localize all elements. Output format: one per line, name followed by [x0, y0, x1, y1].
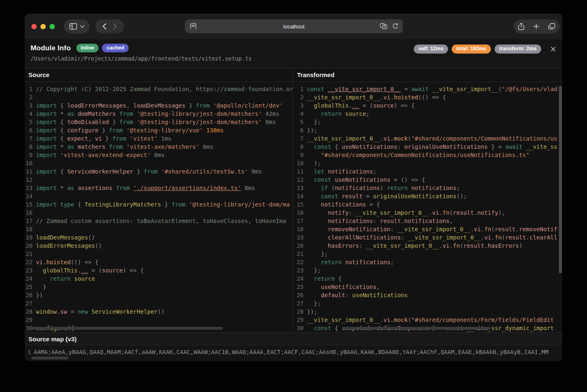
transformed-panel: Transformed 1const __vite_ssr_import_0__… [293, 68, 562, 332]
sourcemap-section: Source map (v3) 1 AAMA;AAeA,yBAAG,QAAQ,M… [25, 332, 562, 361]
window-zoom-button[interactable] [50, 24, 55, 29]
reload-button[interactable] [392, 23, 398, 29]
timing-badges: self: 12mstotal: 193mstransform: 2ms [414, 45, 541, 54]
code-line: 15 notifications = { [293, 200, 562, 209]
transformed-horizontal-scrollbar[interactable] [342, 327, 490, 330]
code-line: 18 removeNotification: __vite_ssr_import… [293, 225, 562, 233]
code-line: 20 hasErrors: __vite_ssr_import_0__.vi.f… [293, 242, 562, 250]
code-line: 9import 'vitest-axe/extend-expect' 0ms [25, 151, 293, 159]
file-path: /Users/vladimir/Projects/zammad/app/fron… [31, 55, 556, 62]
code-line: 27 [25, 299, 293, 307]
code-line: 5import { toBeDisabled } from '@testing-… [25, 118, 293, 126]
chevron-down-icon [80, 25, 85, 28]
code-line: 7import { expect, vi } from 'vitest' 1ms [25, 134, 293, 143]
code-line: 19 clearAllNotifications: __vite_ssr_imp… [293, 233, 562, 242]
window-close-button[interactable] [31, 24, 37, 29]
code-line: 24 return { [293, 275, 562, 283]
sourcemap-horizontal-scrollbar[interactable] [31, 357, 68, 359]
source-panel-title: Source [25, 68, 293, 82]
code-line: 16 [25, 209, 293, 217]
badge-cached: cached [102, 44, 129, 52]
code-line: 23 }; [293, 266, 562, 275]
back-button[interactable] [102, 23, 106, 30]
code-line: 14 const result = originalUseNotificatio… [293, 192, 562, 200]
code-line: 3 globalThis.__ = (source) => { [293, 101, 562, 110]
sourcemap-mappings: AAMA;AAeA,yBAAG,QAAQ,MAAM;AACf,aAAW,KAAK… [34, 348, 562, 356]
code-line: 8 const { useNotifications: originalUseN… [293, 143, 562, 151]
code-line: 23 globalThis.__ = (source) => { [25, 266, 293, 275]
sourcemap-title: Source map (v3) [25, 332, 562, 345]
code-line: 10 [25, 159, 293, 167]
page-title: Module Info [31, 44, 71, 52]
code-line: 15import type { TestingLibraryMatchers }… [25, 200, 293, 209]
tab-overview-button[interactable] [548, 23, 555, 30]
toolbar-right-buttons [514, 19, 560, 33]
code-line: 26 default: useNotifications [293, 291, 562, 299]
code-line: 19loadDevMessages() [25, 233, 293, 242]
module-badges: inlinecached [76, 44, 129, 52]
code-line: 12 [25, 176, 293, 184]
new-tab-button[interactable] [533, 23, 539, 29]
code-line: 16 notify: __vite_ssr_import_0__.vi.fn(r… [293, 209, 562, 217]
navigation-buttons [95, 19, 124, 33]
sourcemap-line-number: 1 [25, 348, 34, 356]
browser-window: localhost Module Info inlinecach [25, 14, 562, 361]
source-code: 1// Copyright (C) 2012-2025 Zammad Found… [25, 82, 293, 332]
code-line: 20loadErrorMessages() [25, 242, 293, 250]
code-line: 25 useNotifications, [293, 283, 562, 291]
badge-inline: inline [76, 44, 99, 52]
code-line: 1const __vite_ssr_import_0__ = await __v… [293, 85, 562, 93]
code-line: 10 ); [293, 159, 562, 167]
code-line: 13 if (notifications) return notificatio… [293, 184, 562, 192]
url-text: localhost [185, 23, 403, 30]
code-line: 27 }; [293, 299, 562, 307]
code-line: 6}); [293, 126, 562, 134]
code-line: 7__vite_ssr_import_0__.vi.mock("#shared/… [293, 134, 562, 143]
code-line: 4 return source; [293, 110, 562, 118]
code-line: 17 notifications: result.notifications, [293, 217, 562, 225]
code-line: 24 return source [25, 275, 293, 283]
browser-toolbar: localhost [25, 14, 562, 39]
transformed-vertical-scrollbar[interactable] [559, 86, 562, 273]
code-line: 1// Copyright (C) 2012-2025 Zammad Found… [25, 85, 293, 93]
code-line: 9 "#shared/components/CommonNotification… [293, 151, 562, 159]
window-minimize-button[interactable] [40, 24, 46, 29]
sidebar-toggle-button[interactable] [64, 19, 90, 33]
code-line: 11 let notifications; [293, 167, 562, 176]
code-line: 28}); [293, 307, 562, 316]
translate-icon[interactable] [380, 23, 387, 29]
share-button[interactable] [518, 23, 524, 30]
pill-transform: transform: 2ms [495, 45, 541, 54]
code-line: 4import * as domMatchers from '@testing-… [25, 110, 293, 118]
code-line: 22 return notifications; [293, 258, 562, 266]
code-line: 17// Zammad custom assertions: toBeAvata… [25, 217, 293, 225]
pill-total: total: 193ms [452, 45, 491, 54]
code-line: 14 [25, 192, 293, 200]
code-line: 18 [25, 225, 293, 233]
address-bar[interactable]: localhost [185, 19, 403, 33]
code-line: 5 }; [293, 118, 562, 126]
code-line: 3import { loadErrorMessages, loadDevMess… [25, 101, 293, 110]
code-line: 29 [25, 316, 293, 324]
traffic-lights [31, 24, 55, 29]
pill-self: self: 12ms [414, 45, 448, 54]
source-horizontal-scrollbar[interactable] [31, 327, 223, 330]
code-panels: Source 1// Copyright (C) 2012-2025 Zamma… [25, 68, 562, 332]
code-line: 28window.sw = new ServiceWorkerHelper() [25, 307, 293, 316]
sourcemap-line: 1 AAMA;AAeA,yBAAG,QAAQ,MAAM;AACf,aAAW,KA… [25, 345, 562, 356]
code-line: 29__vite_ssr_import_0__.vi.mock("#shared… [293, 316, 562, 324]
forward-button[interactable] [113, 23, 117, 30]
sidebar-icon [69, 23, 77, 30]
code-line: 21 [25, 250, 293, 258]
code-line: 21 }; [293, 250, 562, 258]
transformed-panel-title: Transformed [293, 68, 562, 82]
module-info-header: Module Info inlinecached self: 12mstotal… [25, 39, 562, 68]
code-line: 6import { configure } from '@testing-lib… [25, 126, 293, 134]
code-line: 11import { ServiceWorkerHelper } from '#… [25, 167, 293, 176]
code-line: 22vi.hoisted(() => { [25, 258, 293, 266]
close-button[interactable]: ✕ [550, 45, 556, 53]
code-line: 12 const useNotifications = () => { [293, 176, 562, 184]
code-line: 2__vite_ssr_import_0__.vi.hoisted(() => … [293, 93, 562, 101]
transformed-code: 1const __vite_ssr_import_0__ = await __v… [293, 82, 562, 332]
code-line: 13import * as assertions from './support… [25, 184, 293, 192]
